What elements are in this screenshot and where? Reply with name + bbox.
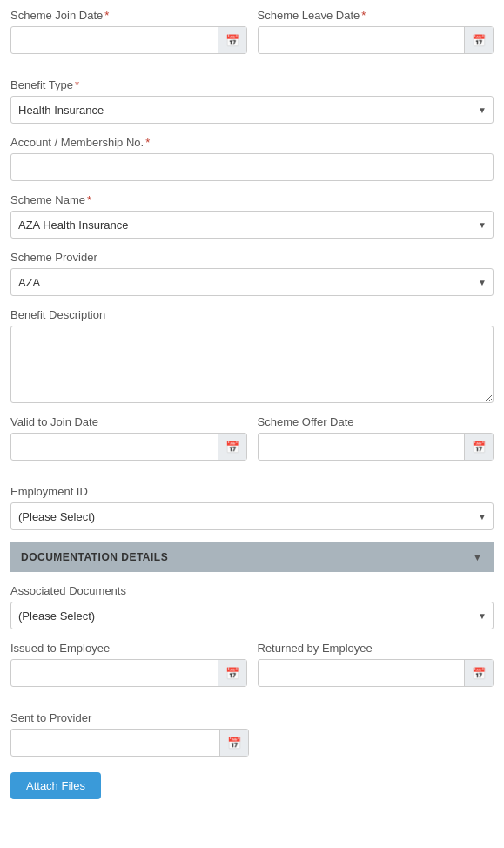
benefit-description-label: Benefit Description — [10, 308, 494, 321]
employment-id-label: Employment ID — [10, 485, 494, 498]
scheme-leave-date-input[interactable]: Open Ended — [259, 26, 465, 54]
employment-id-select-wrapper: (Please Select) — [10, 502, 494, 530]
scheme-join-date-calendar-button[interactable]: 📅 — [218, 27, 246, 53]
sent-to-provider-label: Sent to Provider — [10, 711, 494, 724]
account-membership-input[interactable]: adaw321 — [10, 153, 494, 181]
scheme-offer-date-input[interactable] — [259, 433, 465, 461]
benefit-description-textarea[interactable] — [10, 326, 494, 403]
scheme-offer-date-calendar-button[interactable]: 📅 — [464, 434, 493, 460]
documentation-details-header-text: DOCUMENTATION DETAILS — [21, 551, 168, 563]
returned-by-employee-calendar-button[interactable]: 📅 — [464, 660, 493, 686]
attach-files-button[interactable]: Attach Files — [10, 772, 101, 799]
benefit-type-label: Benefit Type* — [10, 78, 494, 91]
scheme-join-date-input-wrapper: 01/01/2007 📅 — [10, 26, 247, 54]
scheme-leave-date-label: Scheme Leave Date* — [258, 9, 494, 22]
scheme-leave-date-input-wrapper: Open Ended 📅 — [258, 26, 494, 54]
sent-to-provider-input[interactable] — [11, 729, 219, 757]
scheme-name-select-wrapper: AZA Health Insurance — [10, 211, 494, 239]
scheme-offer-date-label: Scheme Offer Date — [258, 415, 494, 428]
sent-to-provider-calendar-button[interactable]: 📅 — [219, 730, 248, 756]
scheme-offer-date-input-wrapper: 📅 — [258, 433, 494, 461]
scheme-join-date-label: Scheme Join Date* — [10, 9, 247, 22]
issued-to-employee-input[interactable] — [11, 659, 218, 687]
issued-to-employee-calendar-button[interactable]: 📅 — [218, 660, 246, 686]
account-membership-label: Account / Membership No.* — [10, 136, 494, 149]
returned-by-employee-label: Returned by Employee — [258, 642, 494, 655]
valid-to-join-date-input-wrapper: 📅 — [10, 433, 247, 461]
scheme-name-label: Scheme Name* — [10, 193, 494, 206]
issued-to-employee-label: Issued to Employee — [10, 642, 247, 655]
valid-to-join-date-label: Valid to Join Date — [10, 415, 247, 428]
returned-by-employee-input-wrapper: 📅 — [258, 659, 494, 687]
benefit-type-select-wrapper: Health Insurance — [10, 96, 494, 124]
returned-by-employee-input[interactable] — [259, 659, 465, 687]
sent-to-provider-input-wrapper: 📅 — [10, 729, 249, 757]
associated-documents-select[interactable]: (Please Select) — [10, 602, 494, 629]
scheme-provider-select[interactable]: AZA — [10, 268, 494, 296]
scheme-join-date-input[interactable]: 01/01/2007 — [11, 26, 218, 54]
valid-to-join-date-input[interactable] — [11, 433, 218, 461]
scheme-provider-label: Scheme Provider — [10, 251, 494, 264]
issued-to-employee-input-wrapper: 📅 — [10, 659, 247, 687]
associated-documents-select-wrapper: (Please Select) — [10, 602, 494, 629]
scheme-provider-select-wrapper: AZA — [10, 268, 494, 296]
scheme-leave-date-calendar-button[interactable]: 📅 — [464, 27, 493, 53]
scheme-name-select[interactable]: AZA Health Insurance — [10, 211, 494, 239]
associated-documents-label: Associated Documents — [10, 584, 494, 597]
valid-to-join-date-calendar-button[interactable]: 📅 — [218, 434, 246, 460]
employment-id-select[interactable]: (Please Select) — [10, 502, 494, 530]
benefit-type-select[interactable]: Health Insurance — [10, 96, 494, 124]
documentation-details-chevron-icon[interactable]: ▼ — [473, 551, 483, 563]
documentation-details-header: DOCUMENTATION DETAILS ▼ — [10, 542, 494, 572]
